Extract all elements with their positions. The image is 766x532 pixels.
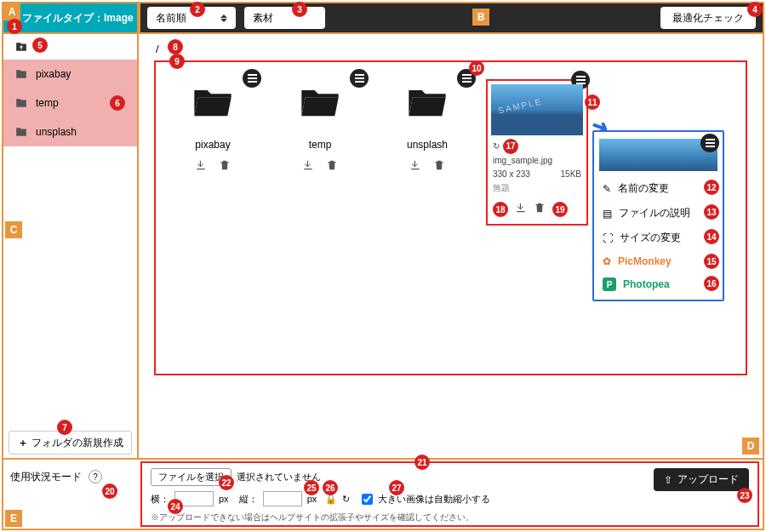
sidebar-folder-unsplash[interactable]: unsplash bbox=[3, 117, 137, 146]
callout-7: 7 bbox=[57, 420, 72, 435]
callout-21: 21 bbox=[414, 455, 430, 470]
callout-27: 27 bbox=[389, 480, 404, 495]
callout-6: 6 bbox=[110, 95, 125, 111]
image-alt: 無題 bbox=[493, 181, 581, 195]
callout-20: 20 bbox=[102, 483, 117, 499]
trash-icon[interactable] bbox=[326, 159, 338, 174]
sidebar-item-label: temp bbox=[36, 97, 59, 109]
trash-icon[interactable] bbox=[433, 159, 445, 174]
callout-18: 18 bbox=[493, 202, 508, 217]
picmonkey-icon: ✿ bbox=[603, 255, 611, 267]
ctx-label: PicMonkey bbox=[618, 255, 672, 267]
folder-icon bbox=[15, 126, 27, 138]
callout-25: 25 bbox=[304, 480, 319, 495]
download-icon[interactable] bbox=[409, 159, 421, 174]
download-icon[interactable] bbox=[515, 202, 527, 217]
ctx-rename[interactable]: ✎ 名前の変更 12 bbox=[594, 176, 723, 201]
callout-26: 26 bbox=[323, 480, 338, 495]
ctx-picmonkey[interactable]: ✿ PicMonkey 15 bbox=[594, 250, 723, 272]
document-icon: ▤ bbox=[603, 208, 612, 220]
ctx-label: Photopea bbox=[623, 278, 670, 290]
sidebar-up[interactable]: 5 bbox=[3, 34, 137, 60]
folder-tile-pixabay[interactable]: pixabay bbox=[164, 79, 261, 174]
photopea-icon: P bbox=[603, 277, 616, 291]
context-menu: ✎ 名前の変更 12 ▤ ファイルの説明 13 ⛶ サイズの変更 14 bbox=[592, 130, 724, 301]
sort-dropdown[interactable]: 名前順 2 bbox=[147, 7, 236, 29]
ctx-label: 名前の変更 bbox=[618, 181, 669, 196]
tile-menu-button[interactable] bbox=[700, 134, 719, 152]
region-label-e: E bbox=[5, 510, 22, 527]
ctx-label: ファイルの説明 bbox=[619, 206, 690, 220]
px-label: px bbox=[219, 494, 229, 504]
callout-11: 11 bbox=[585, 94, 600, 110]
callout-10: 10 bbox=[469, 60, 484, 76]
usage-mode-label: 使用状況モード bbox=[10, 470, 82, 484]
upload-note: ※アップロードできない場合はヘルプサイトの拡張子やサイズを確認してください。 bbox=[151, 512, 749, 523]
tile-name: pixabay bbox=[164, 139, 261, 151]
callout-3: 3 bbox=[292, 2, 307, 17]
ctx-description[interactable]: ▤ ファイルの説明 13 bbox=[594, 201, 723, 226]
callout-13: 13 bbox=[704, 204, 719, 220]
folder-up-icon bbox=[15, 41, 27, 53]
image-size: 15KB bbox=[561, 168, 581, 181]
upload-label: アップロード bbox=[677, 472, 739, 487]
filetype-header: 1 ファイルタイプ：Image bbox=[3, 3, 139, 34]
ctx-label: サイズの変更 bbox=[620, 231, 681, 245]
folder-icon bbox=[15, 97, 27, 109]
ctx-resize[interactable]: ⛶ サイズの変更 14 bbox=[594, 226, 723, 250]
folder-tile-unsplash[interactable]: unsplash bbox=[379, 79, 476, 174]
new-folder-button[interactable]: 7 ＋ フォルダの新規作成 bbox=[9, 431, 132, 455]
callout-4: 4 bbox=[747, 2, 763, 17]
tile-menu-button[interactable] bbox=[243, 69, 261, 88]
sort-label: 名前順 bbox=[156, 11, 186, 26]
callout-19: 19 bbox=[552, 202, 568, 217]
optimize-label: 最適化チェック bbox=[672, 11, 744, 26]
region-label-d: D bbox=[742, 438, 759, 455]
refresh-icon[interactable]: ↻ bbox=[493, 140, 500, 153]
help-icon[interactable]: ? bbox=[89, 470, 102, 483]
upload-icon: ⇧ bbox=[664, 474, 672, 486]
folder-open-icon bbox=[186, 79, 239, 123]
sidebar-folder-pixabay[interactable]: pixabay bbox=[3, 60, 137, 89]
callout-5: 5 bbox=[32, 37, 48, 53]
material-label: 素材 bbox=[253, 11, 273, 26]
folder-open-icon bbox=[401, 79, 454, 123]
sidebar-item-label: unsplash bbox=[36, 126, 77, 138]
pencil-icon: ✎ bbox=[603, 183, 611, 195]
callout-1: 1 bbox=[7, 19, 22, 34]
sidebar-folder-temp[interactable]: temp 6 bbox=[3, 89, 137, 117]
height-label: 縦： bbox=[239, 493, 258, 506]
callout-12: 12 bbox=[704, 180, 719, 195]
refresh-icon[interactable]: ↻ bbox=[342, 494, 350, 505]
trash-icon[interactable] bbox=[534, 202, 546, 217]
optimize-check-button[interactable]: 最適化チェック 4 bbox=[660, 7, 756, 29]
tile-menu-button[interactable] bbox=[350, 69, 369, 88]
callout-15: 15 bbox=[704, 254, 719, 269]
region-label-c: C bbox=[5, 221, 22, 238]
new-folder-label: フォルダの新規作成 bbox=[31, 436, 123, 450]
region-label-a: A bbox=[3, 3, 20, 20]
main-area: D / 8 9 pixabay temp bbox=[139, 34, 763, 458]
image-tile[interactable]: 10 11 ➜ ↻ 17 img_sample.jpg 330 x 23315K… bbox=[486, 79, 588, 226]
upload-panel: 21 ファイルを選択 選択されていません 22 横： px 24 縦： px 🔒… bbox=[140, 461, 759, 527]
auto-shrink-checkbox[interactable] bbox=[362, 494, 373, 505]
region-label-b: B bbox=[472, 9, 489, 26]
usage-mode-area: 使用状況モード ? 20 bbox=[3, 460, 139, 529]
callout-22: 22 bbox=[219, 475, 234, 490]
upload-button[interactable]: ⇧ アップロード 23 bbox=[654, 468, 749, 491]
height-input[interactable] bbox=[263, 491, 302, 506]
download-icon[interactable] bbox=[302, 159, 314, 174]
plus-icon: ＋ bbox=[18, 436, 28, 450]
callout-14: 14 bbox=[704, 229, 719, 244]
callout-9: 9 bbox=[169, 54, 185, 69]
tile-name: temp bbox=[272, 139, 369, 151]
trash-icon[interactable] bbox=[219, 159, 231, 174]
download-icon[interactable] bbox=[195, 159, 207, 174]
ctx-photopea[interactable]: P Photopea 16 bbox=[594, 272, 723, 296]
top-toolbar: B 名前順 2 素材 3 最適化チェック 4 bbox=[139, 3, 763, 34]
folder-tile-temp[interactable]: temp bbox=[272, 79, 369, 174]
context-thumbnail bbox=[599, 139, 717, 171]
material-dropdown[interactable]: 素材 3 bbox=[244, 7, 325, 29]
callout-23: 23 bbox=[737, 488, 752, 503]
sidebar: C 5 pixabay temp 6 unsplash 7 ＋ フォルダの新規作… bbox=[3, 34, 139, 458]
